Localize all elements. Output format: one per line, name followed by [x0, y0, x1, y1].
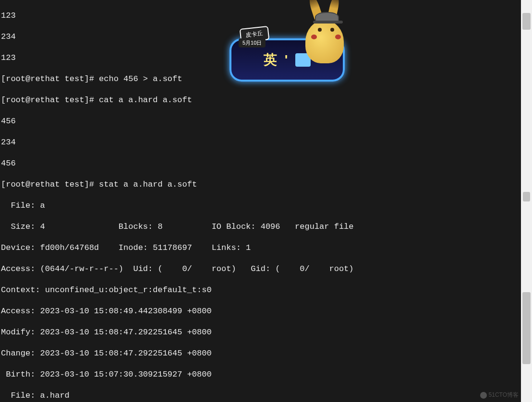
ad-date-tag: 5月10日 — [239, 38, 266, 47]
stat-file: File: a.hard — [1, 390, 521, 401]
pikachu-icon — [297, 0, 354, 72]
prompt: [root@rethat test]# — [1, 95, 99, 105]
output-line: 234 — [1, 137, 521, 148]
watermark-text: 51CTO博客 — [489, 391, 519, 399]
watermark-logo-icon — [480, 392, 487, 399]
prompt-line: [root@rethat test]# cat a a.hard a.soft — [1, 95, 521, 106]
watermark: 51CTO博客 — [480, 391, 519, 399]
output-line: 456 — [1, 158, 521, 169]
stat-change: Change: 2023-03-10 15:08:47.292251645 +0… — [1, 348, 521, 359]
scrollbar-thumb[interactable] — [522, 292, 531, 364]
stat-access: Access: 2023-03-10 15:08:49.442308499 +0… — [1, 306, 521, 317]
prompt-line: [root@rethat test]# stat a a.hard a.soft — [1, 179, 521, 190]
stat-context: Context: unconfined_u:object_r:default_t… — [1, 285, 521, 296]
command-text: stat a a.hard a.soft — [99, 180, 197, 189]
output-line: 456 — [1, 116, 521, 127]
ad-glyph-2: ' — [285, 52, 288, 68]
prompt: [root@rethat test]# — [1, 74, 99, 83]
stat-birth: Birth: 2023-03-10 15:07:30.309215927 +08… — [1, 369, 521, 380]
stat-access-perms: Access: (0644/-rw-r--r--) Uid: ( 0/ root… — [1, 264, 521, 274]
command-text: echo 456 > a.soft — [99, 74, 182, 83]
stat-size: Size: 4 Blocks: 8 IO Block: 4096 regular… — [1, 222, 521, 232]
floating-ad-widget[interactable]: 皮卡丘 5月10日 英 ' — [230, 12, 354, 84]
vertical-scrollbar[interactable] — [521, 0, 532, 402]
ad-glyph-1: 英 — [264, 51, 277, 69]
command-text: cat a a.hard a.soft — [99, 95, 192, 105]
scrollbar-thumb[interactable] — [522, 13, 531, 30]
stat-file: File: a — [1, 201, 521, 211]
prompt: [root@rethat test]# — [1, 180, 99, 189]
stat-modify: Modify: 2023-03-10 15:08:47.292251645 +0… — [1, 327, 521, 338]
stat-device: Device: fd00h/64768d Inode: 51178697 Lin… — [1, 243, 521, 253]
